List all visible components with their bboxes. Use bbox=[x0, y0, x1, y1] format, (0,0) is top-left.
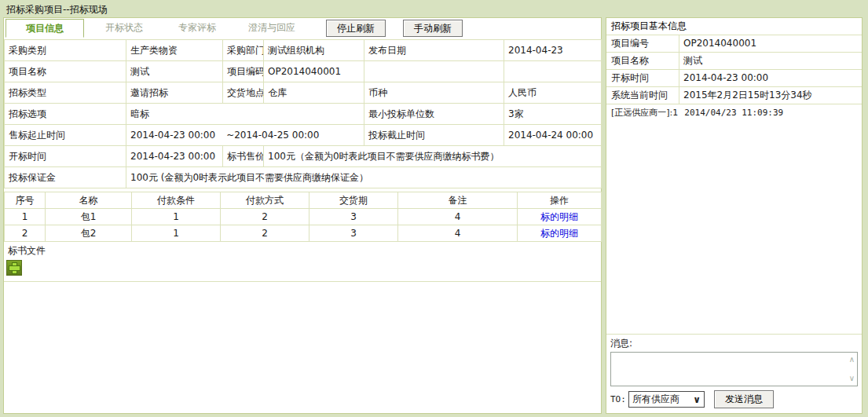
rp-row-project-name: 项目名称 测试 bbox=[606, 53, 862, 70]
pkg-pay-condition: 1 bbox=[132, 209, 221, 225]
send-bar: TO: 所有供应商 ∨ 发送消息 bbox=[606, 386, 862, 413]
pkg-remark: 4 bbox=[398, 209, 518, 225]
bid-detail-link[interactable]: 标的明细 bbox=[540, 228, 578, 239]
deposit-label: 投标保证金 bbox=[5, 167, 126, 188]
recipient-selected-value: 所有供应商 bbox=[632, 393, 679, 406]
message-log: [正远供应商一]:12014/04/23 11:09:39 bbox=[606, 104, 862, 335]
chevron-down-icon: ∨ bbox=[693, 394, 701, 405]
pkg-remark: 4 bbox=[398, 225, 518, 242]
open-time-value: 2014-04-23 00:00 bbox=[126, 146, 223, 167]
bid-type-label: 招标类型 bbox=[5, 82, 126, 104]
table-row: 1 包1 1 2 3 4 标的明细 bbox=[5, 209, 602, 225]
bid-deadline-label: 投标截止时间 bbox=[364, 125, 504, 146]
bid-option-value: 暗标 bbox=[126, 104, 364, 125]
project-no-value: OP2014040001 bbox=[679, 35, 862, 52]
log-supplier-entry: [正远供应商一]:1 bbox=[611, 108, 678, 118]
bid-document-section: 标书文件 bbox=[4, 242, 601, 282]
col-header-pay-method: 付款方式 bbox=[221, 192, 309, 209]
delivery-place-label: 交货地点 bbox=[223, 82, 264, 104]
to-label: TO: bbox=[610, 394, 626, 404]
open-time-label: 开标时间 bbox=[606, 70, 679, 86]
pkg-pay-method: 2 bbox=[221, 225, 309, 242]
bid-detail-link[interactable]: 标的明细 bbox=[540, 211, 578, 222]
project-name-value: 测试 bbox=[126, 61, 223, 82]
min-bidders-value: 3家 bbox=[504, 104, 602, 125]
col-header-delivery: 交货期 bbox=[309, 192, 398, 209]
project-name-value: 测试 bbox=[679, 53, 862, 69]
sale-start: 2014-04-23 00:00 bbox=[130, 130, 215, 141]
tab-bar: 项目信息 开标状态 专家评标 澄清与回应 停止刷新 手动刷新 bbox=[4, 18, 601, 38]
manual-refresh-button[interactable]: 手动刷新 bbox=[403, 20, 463, 37]
tab-expert-eval[interactable]: 专家评标 bbox=[161, 19, 233, 38]
system-time-label: 系统当前时间 bbox=[606, 87, 679, 104]
project-info-table: 采购类别 生产类物资 采购部门 测试组织机构 发布日期 2014-04-23 项… bbox=[4, 39, 602, 188]
system-time-value: 2015年2月2日15时13分34秒 bbox=[679, 87, 862, 104]
pkg-pay-method: 2 bbox=[221, 209, 309, 225]
pkg-action-cell: 标的明细 bbox=[518, 209, 602, 225]
message-input[interactable] bbox=[611, 353, 847, 386]
col-header-no: 序号 bbox=[5, 192, 46, 209]
plus-icon bbox=[9, 266, 20, 270]
stop-refresh-button[interactable]: 停止刷新 bbox=[326, 20, 386, 37]
pkg-delivery: 3 bbox=[309, 209, 398, 225]
deposit-value: 100元 (金额为0时表示此项目不需要供应商缴纳保证金） bbox=[126, 167, 602, 188]
bid-option-label: 招标选项 bbox=[5, 104, 126, 125]
pkg-delivery: 3 bbox=[309, 225, 398, 242]
col-header-name: 名称 bbox=[46, 192, 132, 209]
scroll-up-icon[interactable]: ∧ bbox=[849, 356, 855, 364]
message-section: 消息: ∧ ∨ bbox=[606, 335, 862, 386]
add-file-button[interactable] bbox=[6, 260, 22, 276]
message-label: 消息: bbox=[610, 337, 858, 350]
package-table: 序号 名称 付款条件 付款方式 交货期 备注 操作 1 包1 1 2 3 4 标… bbox=[4, 192, 602, 242]
doc-price-value: 100元（金额为0时表此项目不需要供应商缴纳标书费） bbox=[264, 146, 602, 167]
rp-row-project-no: 项目编号 OP2014040001 bbox=[606, 35, 862, 53]
open-time-value: 2014-04-23 00:00 bbox=[679, 70, 862, 86]
info-row-5: 售标起止时间 2014-04-23 00:00~2014-04-25 00:00… bbox=[5, 125, 602, 146]
info-row-6: 开标时间 2014-04-23 00:00 标书售价 100元（金额为0时表此项… bbox=[5, 146, 602, 167]
pkg-name: 包1 bbox=[46, 209, 132, 225]
send-message-button[interactable]: 发送消息 bbox=[714, 390, 774, 408]
bid-document-label: 标书文件 bbox=[4, 242, 601, 258]
col-header-pay-condition: 付款条件 bbox=[132, 192, 221, 209]
pkg-name: 包2 bbox=[46, 225, 132, 242]
project-name-label: 项目名称 bbox=[5, 61, 126, 82]
scroll-down-icon[interactable]: ∨ bbox=[849, 375, 855, 382]
purchase-category-label: 采购类别 bbox=[5, 40, 126, 61]
pkg-action-cell: 标的明细 bbox=[518, 225, 602, 242]
info-row-2: 项目名称 测试 项目编码 OP2014040001 bbox=[5, 61, 602, 82]
pkg-no: 2 bbox=[5, 225, 46, 242]
info-row-1: 采购类别 生产类物资 采购部门 测试组织机构 发布日期 2014-04-23 bbox=[5, 40, 602, 61]
right-panel: 招标项目基本信息 项目编号 OP2014040001 项目名称 测试 开标时间 … bbox=[606, 17, 863, 414]
delivery-place-value: 仓库 bbox=[264, 82, 364, 104]
empty-cell bbox=[364, 61, 504, 82]
col-header-action: 操作 bbox=[518, 192, 602, 209]
tab-project-info[interactable]: 项目信息 bbox=[5, 19, 84, 38]
tab-clarify-response[interactable]: 澄清与回应 bbox=[233, 19, 310, 38]
doc-price-label: 标书售价 bbox=[223, 146, 264, 167]
project-name-label: 项目名称 bbox=[606, 53, 679, 69]
page-title: 招标采购项目--招标现场 bbox=[6, 3, 108, 16]
purchase-dept-label: 采购部门 bbox=[223, 40, 264, 61]
info-row-7: 投标保证金 100元 (金额为0时表示此项目不需要供应商缴纳保证金） bbox=[5, 167, 602, 188]
project-code-label: 项目编码 bbox=[223, 61, 264, 82]
sale-period-value: 2014-04-23 00:00~2014-04-25 00:00 bbox=[126, 125, 364, 146]
pkg-pay-condition: 1 bbox=[132, 225, 221, 242]
empty-cell bbox=[504, 61, 602, 82]
log-timestamp: 2014/04/23 11:09:39 bbox=[684, 108, 783, 118]
package-header-row: 序号 名称 付款条件 付款方式 交货期 备注 操作 bbox=[5, 192, 602, 209]
bid-type-value: 邀请招标 bbox=[126, 82, 223, 104]
open-time-label: 开标时间 bbox=[5, 146, 126, 167]
project-no-label: 项目编号 bbox=[606, 35, 679, 52]
publish-date-value: 2014-04-23 bbox=[504, 40, 602, 61]
purchase-category-value: 生产类物资 bbox=[126, 40, 223, 61]
left-panel: 项目信息 开标状态 专家评标 澄清与回应 停止刷新 手动刷新 采购类别 生产类物… bbox=[3, 17, 602, 414]
sale-end: ~2014-04-25 00:00 bbox=[226, 130, 319, 141]
basic-info-title: 招标项目基本信息 bbox=[606, 18, 862, 35]
recipient-select[interactable]: 所有供应商 ∨ bbox=[628, 391, 705, 408]
publish-date-label: 发布日期 bbox=[364, 40, 504, 61]
pkg-no: 1 bbox=[5, 209, 46, 225]
tab-open-status[interactable]: 开标状态 bbox=[87, 19, 161, 38]
bid-deadline-value: 2014-04-24 00:00 bbox=[504, 125, 602, 146]
info-row-3: 招标类型 邀请招标 交货地点 仓库 币种 人民币 bbox=[5, 82, 602, 104]
sale-period-label: 售标起止时间 bbox=[5, 125, 126, 146]
